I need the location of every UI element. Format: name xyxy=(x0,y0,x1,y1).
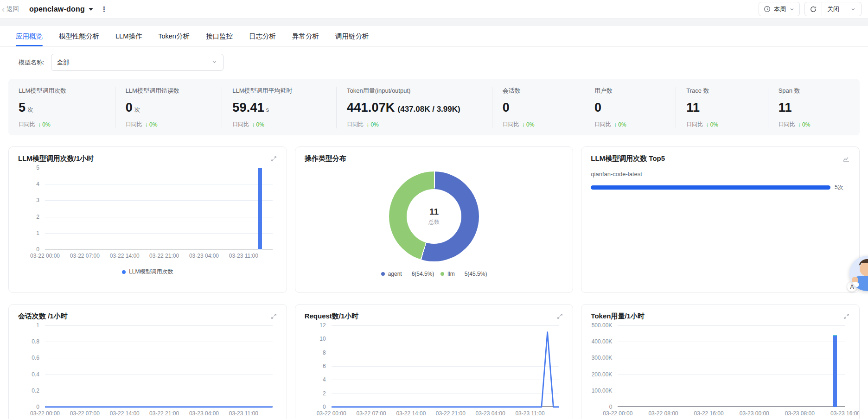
x-axis-tick-label: 03-22 21:00 xyxy=(149,253,179,259)
compare-label: 日同比 xyxy=(347,121,364,128)
trend-down-indicator: ↓ 0% xyxy=(145,121,158,128)
chart-title: Token用量/1小时 xyxy=(591,312,645,321)
y-axis-tick-label: 3 xyxy=(36,197,39,203)
more-menu-icon[interactable]: ⋮ xyxy=(101,5,108,13)
stat-card: Span 数11日同比↓ 0% xyxy=(768,87,860,128)
page-divider-strip xyxy=(0,19,868,26)
stat-card: LLM模型调用错误数0次日同比↓ 0% xyxy=(115,87,222,128)
gridline xyxy=(618,325,845,326)
chart-card-sessions-per-hour: 会话次数 /1小时 10.80.60.40.2003-22 00:0003-22… xyxy=(8,304,287,419)
hbar-row-label: qianfan-code-latest xyxy=(591,171,850,178)
plot-area[interactable]: 10.80.60.40.20 xyxy=(45,325,273,407)
y-axis-tick-label: 8 xyxy=(323,349,326,356)
bar-LLM模型调用次数[interactable] xyxy=(258,168,262,249)
trend-down-indicator: ↓ 0% xyxy=(798,121,811,128)
hbar-bar[interactable] xyxy=(591,185,830,190)
tab-Token分析[interactable]: Token分析 xyxy=(158,26,190,46)
legend-label: llm xyxy=(447,271,454,277)
y-axis-tick-label: 100.00K xyxy=(592,387,613,394)
stat-compare: 日同比↓ 0% xyxy=(686,121,757,128)
stat-value-row: 5次 xyxy=(19,101,105,115)
compare-label: 日同比 xyxy=(232,121,249,128)
charts-row-2: 会话次数 /1小时 10.80.60.40.2003-22 00:0003-22… xyxy=(8,304,860,419)
line-series xyxy=(45,325,273,407)
legend-item[interactable]: LLM模型调用次数 xyxy=(122,268,173,276)
close-select[interactable]: 关闭 xyxy=(822,2,861,16)
title-caret-down-icon[interactable] xyxy=(89,8,93,11)
compare-label: 日同比 xyxy=(686,121,703,128)
plot-area[interactable]: 543210 xyxy=(45,168,273,249)
tab-LLM操作[interactable]: LLM操作 xyxy=(115,26,142,46)
chart-body[interactable]: 10.80.60.40.2003-22 00:0003-22 07:0003-2… xyxy=(18,325,277,419)
stat-label: Span 数 xyxy=(779,87,849,95)
stat-value-row: 11 xyxy=(779,101,849,115)
chart-body[interactable]: 12108642003-22 00:0003-22 07:0003-22 14:… xyxy=(305,325,564,419)
app-title: openclaw-dong xyxy=(29,5,85,13)
trend-down-indicator: ↓ 0% xyxy=(706,121,718,128)
x-axis-tick-label: 03-23 04:00 xyxy=(189,410,219,417)
trend-down-indicator: ↓ 0% xyxy=(614,121,626,128)
legend-item[interactable]: llm5(45.5%) xyxy=(440,271,487,277)
y-axis-tick-label: 0.8 xyxy=(32,338,39,345)
tab-接口监控[interactable]: 接口监控 xyxy=(206,26,233,46)
model-name-select[interactable]: 全部 xyxy=(51,54,223,71)
model-name-label: 模型名称: xyxy=(19,58,45,67)
tab-应用概览[interactable]: 应用概览 xyxy=(16,26,43,46)
legend-item[interactable]: agent6(54.5%) xyxy=(381,271,434,277)
trend-down-indicator: ↓ 0% xyxy=(366,121,379,128)
stat-value: 0 xyxy=(594,101,601,115)
tab-调用链分析[interactable]: 调用链分析 xyxy=(335,26,369,46)
chart-body[interactable]: qianfan-code-latest5次 xyxy=(591,168,850,191)
x-axis-tick-label: 03-22 00:00 xyxy=(317,410,346,417)
gridline xyxy=(45,200,273,201)
trend-chart-icon[interactable] xyxy=(842,155,850,163)
bar-Input[interactable] xyxy=(833,336,837,407)
x-axis-tick-label: 03-22 07:00 xyxy=(70,410,100,417)
legend-value: 6(54.5%) xyxy=(412,271,434,277)
refresh-close-group: 关闭 xyxy=(804,2,862,16)
plot-area[interactable]: 500.00K400.00K300.00K200.00K100.00K0 xyxy=(618,325,845,407)
x-axis-tick-label: 03-22 07:00 xyxy=(70,253,100,259)
x-axis-tick-label: 03-22 00:00 xyxy=(30,253,60,259)
y-axis-tick-label: 4 xyxy=(36,181,39,187)
expand-icon[interactable] xyxy=(843,313,850,320)
y-axis-tick-label: 10 xyxy=(319,336,326,342)
y-axis-tick-label: 0.6 xyxy=(32,355,39,361)
tab-模型性能分析[interactable]: 模型性能分析 xyxy=(59,26,99,46)
x-axis-tick-label: 03-22 16:00 xyxy=(694,410,724,417)
x-axis: 03-22 00:0003-22 08:0003-22 16:0003-23 0… xyxy=(618,410,845,419)
gridline xyxy=(618,375,845,375)
refresh-button[interactable] xyxy=(805,2,822,16)
chart-body[interactable]: 11总数agent6(54.5%)llm5(45.5%) xyxy=(305,168,564,277)
stat-label: 会话数 xyxy=(503,87,574,95)
back-chevron-icon[interactable]: ‹ xyxy=(2,5,5,13)
chart-card-llm-calls-top5: LLM模型调用次数 Top5 qianfan-code-latest5次 xyxy=(581,146,860,293)
expand-icon[interactable] xyxy=(556,313,563,320)
legend-dot xyxy=(381,272,385,276)
donut-center: 11总数 xyxy=(407,189,461,244)
chart-legend: agent6(54.5%)llm5(45.5%) xyxy=(381,271,487,277)
chart-body[interactable]: 54321003-22 00:0003-22 07:0003-22 14:000… xyxy=(18,168,277,276)
legend-label: agent xyxy=(388,271,402,277)
chart-card-token-usage-per-hour: Token用量/1小时 500.00K400.00K300.00K200.00K… xyxy=(581,304,860,419)
chart-body[interactable]: 500.00K400.00K300.00K200.00K100.00K003-2… xyxy=(591,325,850,419)
stat-value-row: 11 xyxy=(686,101,757,115)
plot-area[interactable]: 121086420 xyxy=(332,325,559,407)
time-range-select[interactable]: 本周 xyxy=(759,2,800,16)
chart-title: LLM模型调用次数/1小时 xyxy=(18,154,94,163)
donut-ring[interactable]: 11总数 xyxy=(389,171,479,261)
legend-value: 5(45.5%) xyxy=(465,271,487,277)
chart-title: 操作类型分布 xyxy=(305,154,346,163)
expand-icon[interactable] xyxy=(270,155,277,162)
tab-异常分析[interactable]: 异常分析 xyxy=(292,26,319,46)
y-axis-tick-label: 1 xyxy=(36,230,39,236)
back-button[interactable]: 返回 xyxy=(6,5,19,13)
x-axis: 03-22 00:0003-22 07:0003-22 14:0003-22 2… xyxy=(45,253,273,261)
expand-icon[interactable] xyxy=(270,313,277,320)
tab-日志分析[interactable]: 日志分析 xyxy=(249,26,276,46)
stat-card: 用户数0日同比↓ 0% xyxy=(584,87,676,128)
stat-compare: 日同比↓ 0% xyxy=(779,121,849,128)
hbar-row: 5次 xyxy=(591,184,850,191)
bar-Output[interactable] xyxy=(833,335,837,336)
compare-label: 日同比 xyxy=(503,121,519,128)
